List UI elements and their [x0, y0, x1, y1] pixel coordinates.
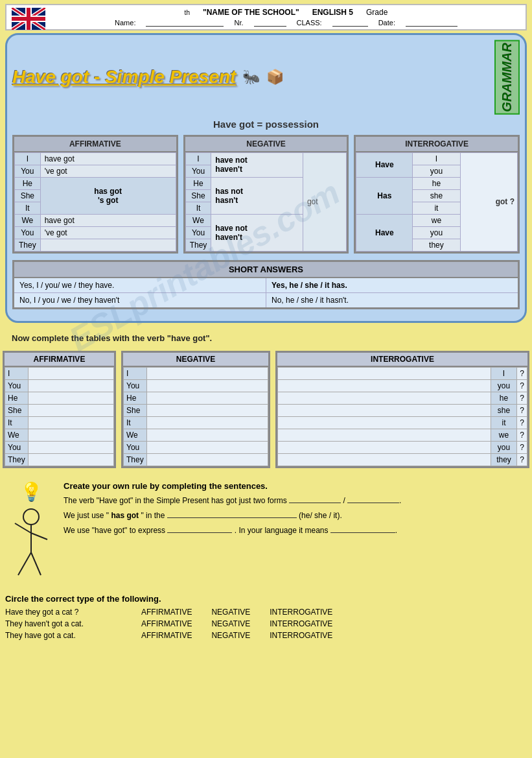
grammar-label: GRAMMAR [494, 40, 520, 115]
form-cell [40, 239, 176, 251]
practice-affirmative-header: AFFIRMATIVE [5, 353, 114, 367]
answer-cell[interactable] [28, 367, 113, 379]
option-affirmative[interactable]: AFFIRMATIVE [141, 619, 192, 628]
line1-blank2[interactable] [347, 503, 399, 503]
pronoun-cell: She [15, 189, 41, 202]
answer-cell[interactable] [146, 367, 268, 379]
circle-sentence-3: They have got a cat. [5, 631, 135, 640]
aux-cell: Have [356, 214, 413, 251]
line1-blank1[interactable] [289, 503, 341, 503]
answer-cell[interactable] [146, 379, 268, 392]
practice-interrogative-table: I ? you ? he ? she ? [277, 367, 527, 466]
answer-cell[interactable] [146, 392, 268, 404]
table-row: I [5, 367, 114, 379]
form-cell: have got [40, 152, 176, 165]
pron-cell: they [413, 239, 460, 251]
answer-cell[interactable] [278, 379, 491, 392]
grade-superscript: th [185, 9, 190, 16]
negative-box: NEGATIVE I have nothaven't got You He ha… [183, 135, 349, 254]
pron-cell: he [491, 392, 517, 404]
table-row: You 've got [15, 226, 176, 239]
option-interrogative[interactable]: INTERROGATIVE [270, 608, 332, 617]
subject: ENGLISH 5 [312, 8, 353, 17]
option-negative[interactable]: NEGATIVE [211, 631, 250, 640]
form-cell: 've got [40, 165, 176, 177]
uk-flag-icon [12, 8, 45, 30]
answer-cell[interactable] [28, 379, 113, 392]
pron-cell: you [491, 379, 517, 392]
short-answers-header: SHORT ANSWERS [14, 262, 518, 278]
book-icon: 📦 [266, 69, 284, 86]
answer-cell[interactable] [278, 367, 491, 379]
answer-cell[interactable] [278, 392, 491, 404]
grade-label: Grade [366, 8, 387, 17]
q-cell: ? [517, 404, 527, 416]
table-row: we ? [278, 429, 527, 441]
answer-cell[interactable] [28, 453, 113, 466]
table-row: We [124, 429, 268, 441]
pron-cell: I [491, 367, 517, 379]
pronoun-cell: He [15, 177, 41, 189]
answer-cell[interactable] [28, 392, 113, 404]
rule-line-2: We just use " has got " in the (he/ she … [64, 510, 527, 522]
answer-cell[interactable] [278, 429, 491, 441]
option-interrogative[interactable]: INTERROGATIVE [270, 619, 332, 628]
circle-options-1: AFFIRMATIVE NEGATIVE INTERROGATIVE [141, 608, 332, 617]
answer-cell[interactable] [278, 416, 491, 429]
interrogative-box: INTERROGATIVE Have I got ? you Has he sh… [354, 135, 520, 254]
answer-cell[interactable] [28, 429, 113, 441]
line3-blank1[interactable] [167, 532, 232, 533]
table-row: I have nothaven't got [185, 152, 347, 165]
option-negative[interactable]: NEGATIVE [211, 608, 250, 617]
practice-negative-header: NEGATIVE [123, 353, 268, 367]
table-row: You [124, 379, 268, 392]
answer-cell[interactable] [28, 404, 113, 416]
answer-cell[interactable] [146, 416, 268, 429]
table-row: I have got [15, 152, 176, 165]
pron-cell: I [124, 367, 147, 379]
answer-cell[interactable] [146, 441, 268, 453]
option-affirmative[interactable]: AFFIRMATIVE [141, 631, 192, 640]
option-interrogative[interactable]: INTERROGATIVE [270, 631, 332, 640]
answer-cell[interactable] [278, 453, 491, 466]
answer-cell[interactable] [278, 441, 491, 453]
circle-options-3: AFFIRMATIVE NEGATIVE INTERROGATIVE [141, 631, 332, 640]
table-row: You [5, 379, 114, 392]
table-row: They [15, 239, 176, 251]
answer-cell[interactable] [146, 453, 268, 466]
option-affirmative[interactable]: AFFIRMATIVE [141, 608, 192, 617]
line3-blank2[interactable] [330, 532, 395, 533]
option-negative[interactable]: NEGATIVE [211, 619, 250, 628]
answer-cell[interactable] [28, 416, 113, 429]
circle-row-1: Have they got a cat ? AFFIRMATIVE NEGATI… [5, 608, 527, 617]
answer-cell[interactable] [146, 404, 268, 416]
pron-cell: you [413, 226, 460, 239]
short-answers-section: SHORT ANSWERS Yes, I / you/ we / they ha… [12, 260, 520, 309]
pronoun-cell: We [185, 214, 211, 226]
table-row: We have got [15, 214, 176, 226]
pron-cell: She [5, 404, 29, 416]
table-row: It [5, 416, 114, 429]
table-row: They [124, 453, 268, 466]
practice-interrogative-box: INTERROGATIVE I ? you ? he ? [275, 351, 529, 468]
got-q-cell: got ? [460, 152, 518, 251]
table-row: You [124, 441, 268, 453]
q-cell: ? [517, 392, 527, 404]
answer-cell[interactable] [28, 441, 113, 453]
answer-cell[interactable] [278, 404, 491, 416]
got-label: got [303, 152, 346, 251]
line2-bold: has got [111, 511, 139, 520]
title-area: Have got - Simple Present 🐜 📦 GRAMMAR [12, 40, 520, 115]
pron-cell: They [124, 453, 147, 466]
create-rule-title: Create your own rule by completing the s… [64, 481, 527, 491]
pron-cell: it [491, 416, 517, 429]
answer-cell[interactable] [146, 429, 268, 441]
grammar-tables: AFFIRMATIVE I have got You 've got He ha… [12, 135, 520, 254]
q-cell: ? [517, 441, 527, 453]
practice-interrogative-header: INTERROGATIVE [277, 353, 527, 367]
table-row: I ? [278, 367, 527, 379]
pron-cell: You [5, 379, 29, 392]
line2-blank[interactable] [167, 517, 297, 518]
main-title: Have got - Simple Present [12, 67, 236, 88]
stick-figure-area: 💡 [5, 481, 57, 584]
